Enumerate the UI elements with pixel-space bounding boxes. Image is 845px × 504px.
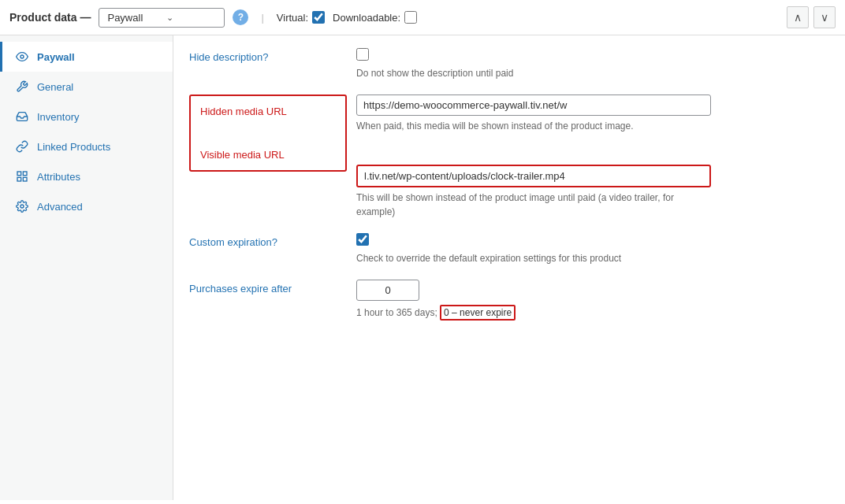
purchases-expire-label: Purchases expire after <box>189 280 347 295</box>
link-icon <box>15 139 29 154</box>
sidebar-item-paywall[interactable]: Paywall <box>0 42 173 72</box>
product-type-dropdown[interactable]: Paywall ⌄ <box>99 8 225 28</box>
wrench-icon <box>15 80 29 94</box>
hide-description-label: Hide description? <box>189 48 347 63</box>
purchases-expire-field: 1 hour to 365 days; 0 – never expire <box>356 280 829 320</box>
box-icon <box>15 109 29 124</box>
never-expire-highlight: 0 – never expire <box>440 305 516 321</box>
hide-description-field: Do not show the description until paid <box>356 48 829 80</box>
separator: | <box>261 12 263 24</box>
hidden-media-field: When paid, this media will be shown inst… <box>356 94 829 133</box>
custom-expiration-field: Check to override the default expiration… <box>356 233 829 265</box>
nav-down-button[interactable]: ∨ <box>813 6 836 28</box>
help-icon[interactable]: ? <box>233 9 248 25</box>
header-navigation: ∧ ∨ <box>787 6 836 28</box>
visible-media-hint: This will be shown instead of the produc… <box>356 191 711 219</box>
chevron-down-icon: ⌄ <box>166 13 173 23</box>
nav-up-button[interactable]: ∧ <box>787 6 809 28</box>
downloadable-label: Downloadable: <box>333 12 400 24</box>
sidebar-item-general-label: General <box>37 81 73 93</box>
svg-rect-1 <box>17 172 21 176</box>
media-url-fields: When paid, this media will be shown inst… <box>356 94 829 219</box>
sidebar-item-linked-products-label: Linked Products <box>37 141 110 153</box>
sidebar: Paywall General Inventory <box>0 35 173 500</box>
sidebar-item-inventory-label: Inventory <box>37 111 79 123</box>
virtual-label: Virtual: <box>277 12 308 24</box>
hide-description-hint: Do not show the description until paid <box>356 66 829 80</box>
hide-description-checkbox[interactable] <box>356 48 369 61</box>
product-type-value: Paywall <box>107 12 143 24</box>
visible-media-label: Visible media URL <box>200 149 336 161</box>
virtual-group: Virtual: <box>277 11 325 24</box>
custom-expiration-hint: Check to override the default expiration… <box>356 251 829 265</box>
hidden-media-url-input[interactable] <box>356 94 711 116</box>
media-url-row: Hidden media URL Visible media URL When … <box>189 94 829 219</box>
gear-icon <box>15 199 29 213</box>
virtual-checkbox[interactable] <box>312 11 325 24</box>
downloadable-checkbox[interactable] <box>404 11 417 24</box>
hide-description-row: Hide description? Do not show the descri… <box>189 48 829 80</box>
sidebar-item-linked-products[interactable]: Linked Products <box>0 132 173 161</box>
sidebar-item-attributes-label: Attributes <box>37 171 80 183</box>
custom-expiration-checkbox[interactable] <box>356 233 369 246</box>
hidden-media-hint: When paid, this media will be shown inst… <box>356 119 829 133</box>
sidebar-item-inventory[interactable]: Inventory <box>0 102 173 132</box>
product-data-header: Product data — Paywall ⌄ ? | Virtual: Do… <box>0 0 845 35</box>
svg-rect-3 <box>23 177 27 181</box>
visible-media-url-input[interactable] <box>356 165 711 187</box>
sidebar-item-general[interactable]: General <box>0 72 173 102</box>
main-container: Paywall General Inventory <box>0 35 845 500</box>
purchases-expire-hint: 1 hour to 365 days; 0 – never expire <box>356 306 829 320</box>
media-url-box: Hidden media URL Visible media URL <box>189 94 347 172</box>
visible-media-field: This will be shown instead of the produc… <box>356 165 829 219</box>
svg-point-5 <box>20 205 24 208</box>
eye-icon <box>15 50 29 64</box>
svg-rect-4 <box>17 177 21 181</box>
downloadable-group: Downloadable: <box>333 11 417 24</box>
purchases-expire-input[interactable] <box>356 280 419 301</box>
product-data-label: Product data — <box>9 11 91 24</box>
sidebar-item-advanced[interactable]: Advanced <box>0 191 173 221</box>
svg-point-0 <box>20 55 24 58</box>
purchases-expire-row: Purchases expire after 1 hour to 365 day… <box>189 280 829 320</box>
hidden-media-label: Hidden media URL <box>200 106 336 117</box>
custom-expiration-label: Custom expiration? <box>189 233 347 248</box>
custom-expiration-row: Custom expiration? Check to override the… <box>189 233 829 265</box>
content-area: Hide description? Do not show the descri… <box>173 35 845 500</box>
sidebar-item-advanced-label: Advanced <box>37 201 83 213</box>
list-icon <box>15 169 29 183</box>
sidebar-item-attributes[interactable]: Attributes <box>0 161 173 191</box>
expire-hint-prefix: 1 hour to 365 days; <box>356 307 437 318</box>
svg-rect-2 <box>23 172 27 176</box>
sidebar-item-paywall-label: Paywall <box>37 51 75 63</box>
